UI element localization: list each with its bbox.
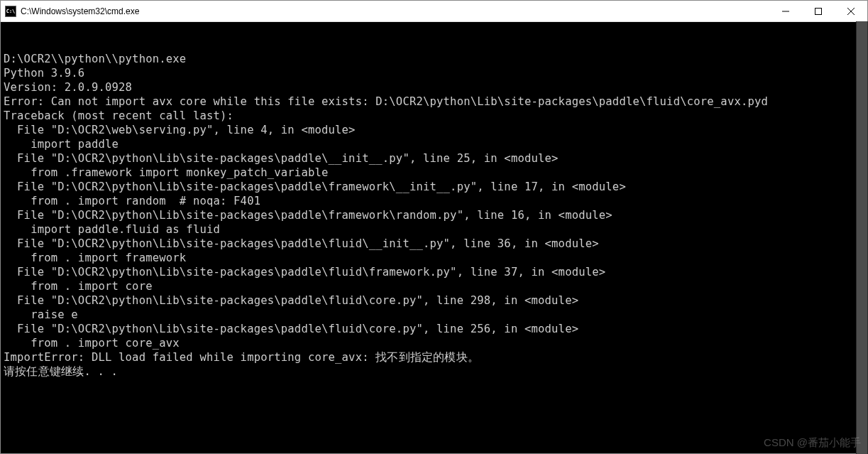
- cmd-window: C:\ C:\Windows\system32\cmd.exe D:\OCR2\…: [0, 0, 868, 454]
- close-button[interactable]: [835, 1, 867, 21]
- scrollbar-thumb[interactable]: [857, 21, 867, 454]
- terminal-line: from . import core_avx: [4, 336, 864, 350]
- terminal-line: File "D:\OCR2\python\Lib\site-packages\p…: [4, 322, 864, 336]
- terminal-line: File "D:\OCR2\python\Lib\site-packages\p…: [4, 208, 864, 222]
- terminal-line: import paddle.fluid as fluid: [4, 222, 864, 237]
- terminal-line: from . import core: [4, 279, 864, 293]
- terminal-line: File "D:\OCR2\web\serving.py", line 4, i…: [4, 123, 864, 137]
- maximize-button[interactable]: [802, 1, 835, 21]
- terminal-line: File "D:\OCR2\python\Lib\site-packages\p…: [4, 151, 864, 166]
- terminal-line: from .framework import monkey_patch_vari…: [4, 166, 864, 180]
- terminal-line: File "D:\OCR2\python\Lib\site-packages\p…: [4, 265, 864, 279]
- terminal-line: Traceback (most recent call last):: [4, 109, 864, 123]
- terminal-line: D:\OCR2\\python\\python.exe: [4, 52, 864, 66]
- terminal-line: Python 3.9.6: [4, 66, 864, 80]
- minimize-button[interactable]: [769, 1, 802, 21]
- terminal-output[interactable]: D:\OCR2\\python\\python.exePython 3.9.6V…: [1, 22, 867, 453]
- terminal-line: raise e: [4, 308, 864, 322]
- scrollbar-track[interactable]: [856, 21, 868, 454]
- terminal-line: from . import framework: [4, 251, 864, 265]
- window-controls: [769, 1, 867, 21]
- terminal-line: import paddle: [4, 137, 864, 151]
- terminal-line: ImportError: DLL load failed while impor…: [4, 350, 864, 364]
- terminal-line: File "D:\OCR2\python\Lib\site-packages\p…: [4, 180, 864, 194]
- window-title: C:\Windows\system32\cmd.exe: [21, 6, 769, 16]
- terminal-line: File "D:\OCR2\python\Lib\site-packages\p…: [4, 237, 864, 251]
- terminal-line: 请按任意键继续. . .: [4, 364, 864, 379]
- terminal-line: from . import random # noqa: F401: [4, 194, 864, 208]
- terminal-line: Version: 2.0.9.0928: [4, 80, 864, 94]
- svg-rect-1: [815, 8, 822, 14]
- titlebar[interactable]: C:\ C:\Windows\system32\cmd.exe: [1, 1, 867, 22]
- terminal-line: File "D:\OCR2\python\Lib\site-packages\p…: [4, 293, 864, 308]
- terminal-line: Error: Can not import avx core while thi…: [4, 94, 864, 109]
- cmd-icon: C:\: [5, 6, 16, 17]
